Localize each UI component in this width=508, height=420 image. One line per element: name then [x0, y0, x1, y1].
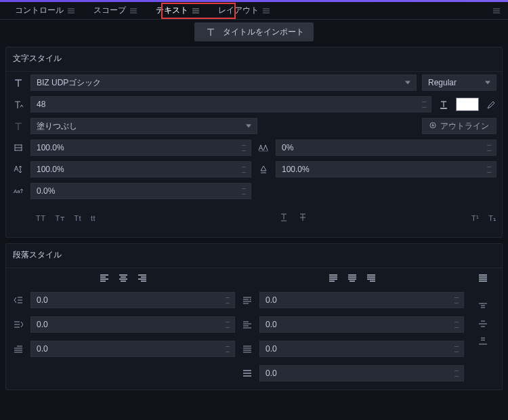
- fill-type-icon: [12, 119, 25, 133]
- tab-layout[interactable]: レイアウト: [209, 2, 279, 19]
- strikethrough-icon[interactable]: [299, 213, 307, 224]
- valign-bottom-icon[interactable]: [478, 336, 488, 348]
- indent-right-value: 0.0: [37, 320, 48, 329]
- para-style-title: 段落スタイル: [6, 244, 502, 268]
- space-after-value: 0.0: [266, 320, 277, 329]
- valign-top-icon[interactable]: [478, 302, 488, 314]
- font-size-input[interactable]: 48: [30, 96, 431, 112]
- case-sentence-button[interactable]: Tt: [74, 214, 81, 222]
- indent-right-input[interactable]: 0.0: [30, 316, 235, 333]
- text-color-swatch[interactable]: [456, 98, 479, 111]
- vscale-value: 100.0%: [37, 165, 64, 174]
- case-upper-button[interactable]: TT: [36, 214, 45, 222]
- fill-select[interactable]: 塗りつぶし: [30, 118, 257, 134]
- char-style-title: 文字スタイル: [6, 47, 502, 72]
- para-extra1-input[interactable]: 0.0: [259, 341, 464, 357]
- case-lower-button[interactable]: tt: [91, 214, 96, 222]
- font-style-value: Regular: [428, 78, 457, 87]
- tracking-icon: [257, 141, 270, 154]
- underline-icon[interactable]: [280, 213, 288, 224]
- font-family-value: BIZ UDPゴシック: [37, 77, 101, 89]
- menu-icon: [263, 8, 270, 14]
- space-before-value: 0.0: [266, 295, 277, 305]
- line-height-value: 100.0%: [282, 165, 310, 174]
- line-height-icon: [257, 163, 270, 176]
- justify-full-icon[interactable]: [478, 274, 488, 284]
- align-center-icon[interactable]: [119, 274, 128, 284]
- space-after-input[interactable]: 0.0: [259, 316, 464, 333]
- vscale-icon: [12, 163, 25, 176]
- import-button-label: タイトルをインポート: [223, 26, 304, 38]
- subscript-button[interactable]: T₁: [488, 214, 496, 223]
- panel-menu-icon[interactable]: [493, 7, 503, 14]
- text-color-icon: [437, 98, 450, 111]
- menu-icon: [192, 8, 199, 14]
- font-icon: [12, 76, 25, 89]
- space-before-input[interactable]: 0.0: [259, 292, 464, 308]
- superscript-button[interactable]: T¹: [471, 214, 479, 222]
- menu-icon: [68, 8, 75, 14]
- case-title-button[interactable]: Tᴛ: [55, 214, 64, 223]
- para-extra1-value: 0.0: [266, 344, 277, 354]
- tab-text[interactable]: テキスト: [146, 2, 209, 19]
- svg-text:Aa: Aa: [14, 188, 20, 194]
- outline-label: アウトライン: [440, 121, 489, 132]
- hscale-value: 100.0%: [37, 143, 64, 152]
- justify-center-icon[interactable]: [347, 274, 357, 284]
- font-style-select[interactable]: Regular: [422, 75, 496, 91]
- align-right-icon[interactable]: [137, 274, 147, 284]
- fill-value: 塗りつぶし: [37, 121, 77, 132]
- tracking-value: 0%: [282, 143, 293, 152]
- baseline-input[interactable]: 0.0%: [30, 183, 251, 199]
- text-icon: [204, 25, 217, 39]
- font-size-icon: [12, 98, 25, 111]
- tab-control[interactable]: コントロール: [5, 2, 84, 19]
- add-outline-button[interactable]: アウトライン: [422, 118, 496, 134]
- align-left-icon[interactable]: [100, 274, 109, 284]
- eyedropper-icon[interactable]: [484, 98, 496, 110]
- font-size-value: 48: [37, 100, 45, 109]
- valign-middle-icon[interactable]: [478, 319, 488, 331]
- font-family-select[interactable]: BIZ UDPゴシック: [30, 75, 417, 91]
- para-extra2-value: 0.0: [266, 369, 277, 378]
- tracking-input[interactable]: 0%: [276, 140, 496, 156]
- baseline-icon: Aa: [12, 184, 25, 198]
- paragraph-style-panel: 段落スタイル 0.0 0.0: [5, 243, 503, 390]
- hscale-icon: [12, 141, 25, 154]
- indent-left-input[interactable]: 0.0: [30, 292, 235, 308]
- tab-label: コントロール: [15, 5, 64, 16]
- tab-label: レイアウト: [218, 5, 259, 16]
- vscale-input[interactable]: 100.0%: [30, 161, 251, 177]
- para-extra2-icon: [240, 366, 254, 380]
- space-before-icon: [240, 293, 254, 307]
- tab-scope[interactable]: スコープ: [84, 2, 146, 19]
- line-height-input[interactable]: 100.0%: [276, 161, 496, 177]
- baseline-value: 0.0%: [37, 186, 55, 196]
- indent-right-icon: [12, 318, 25, 331]
- para-extra2-input[interactable]: 0.0: [259, 365, 464, 381]
- para-extra1-icon: [240, 342, 254, 356]
- justify-left-icon[interactable]: [329, 274, 338, 284]
- first-line-input[interactable]: 0.0: [30, 341, 235, 357]
- indent-left-value: 0.0: [37, 295, 48, 305]
- justify-right-icon[interactable]: [366, 274, 376, 284]
- indent-left-icon: [12, 293, 25, 307]
- character-style-panel: 文字スタイル BIZ UDPゴシック Regular 48 塗りつぶし アウトラ…: [5, 47, 503, 238]
- import-title-button[interactable]: タイトルをインポート: [194, 22, 314, 41]
- space-after-icon: [240, 318, 254, 331]
- first-line-value: 0.0: [37, 344, 48, 354]
- plus-icon: [429, 121, 436, 131]
- first-line-icon: [12, 342, 25, 356]
- tab-bar: コントロール スコープ テキスト レイアウト: [0, 2, 508, 20]
- tab-label: テキスト: [156, 5, 188, 16]
- hscale-input[interactable]: 100.0%: [30, 140, 251, 156]
- tab-label: スコープ: [93, 5, 126, 16]
- menu-icon: [130, 8, 137, 14]
